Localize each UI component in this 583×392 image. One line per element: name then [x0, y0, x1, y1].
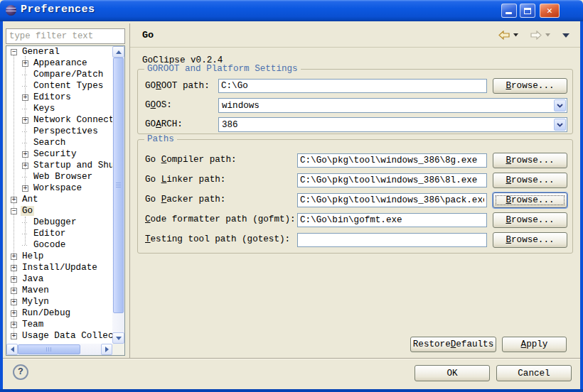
tree-connector-stub — [22, 75, 28, 75]
minimize-button[interactable] — [501, 4, 517, 18]
expand-icon[interactable]: + — [22, 117, 28, 124]
tree-item-search[interactable]: Search — [6, 137, 112, 148]
goarch-label: GOARCH: — [145, 119, 183, 129]
tree-item-editor[interactable]: Editor — [6, 228, 112, 239]
go-compiler-browse-button[interactable]: Browse... — [493, 153, 567, 168]
tree-item-content-types[interactable]: Content Types — [6, 80, 112, 92]
tree-connector-stub — [22, 177, 28, 178]
expand-icon[interactable]: + — [22, 185, 28, 192]
scroll-up-button[interactable] — [112, 46, 124, 58]
tree-item-help[interactable]: +Help — [6, 251, 112, 262]
tree-item-usage-data-collect[interactable]: +Usage Data Collect — [6, 330, 112, 342]
code-formatter-browse-button[interactable]: Browse... — [493, 212, 567, 228]
tree-item-label: Workspace — [32, 183, 83, 193]
tree-item-network-connect[interactable]: +Network Connect — [6, 114, 112, 126]
goos-label: GOOS: — [145, 100, 172, 110]
expand-icon[interactable]: + — [22, 163, 28, 169]
expand-icon[interactable]: + — [11, 288, 17, 294]
vertical-scrollbar-thumb[interactable] — [113, 58, 124, 313]
chevron-down-icon — [116, 337, 122, 340]
go-compiler-path-input[interactable] — [297, 153, 487, 168]
tree-item-ant[interactable]: +Ant — [6, 194, 112, 205]
scroll-down-button[interactable] — [112, 332, 124, 344]
goarch-dropdown-button[interactable] — [554, 119, 566, 131]
testing-tool-path-input[interactable] — [297, 233, 487, 247]
tree-item-run-debug[interactable]: +Run/Debug — [6, 307, 112, 319]
tree-item-team[interactable]: +Team — [6, 319, 112, 330]
restore-defaults-button[interactable]: Restore Defaults — [410, 337, 496, 352]
expand-icon[interactable]: + — [11, 254, 17, 260]
expand-icon[interactable]: + — [11, 322, 17, 328]
go-linker-browse-button[interactable]: Browse... — [493, 173, 567, 188]
window-border-left — [0, 21, 3, 392]
go-packer-path-input[interactable] — [297, 193, 487, 207]
tree-item-install-update[interactable]: +Install/Update — [6, 262, 112, 273]
tree-vertical-scrollbar[interactable] — [112, 46, 124, 344]
code-formatter-path-input[interactable] — [297, 213, 487, 227]
page-title: Go — [142, 30, 154, 40]
close-button[interactable]: ✕ — [540, 4, 560, 18]
tree-item-maven[interactable]: +Maven — [6, 285, 112, 296]
goarch-select[interactable]: 386 — [218, 117, 567, 132]
go-linker-path-input[interactable] — [297, 173, 487, 187]
help-button[interactable]: ? — [13, 364, 28, 380]
filter-input[interactable] — [6, 28, 125, 44]
tree-item-java[interactable]: +Java — [6, 273, 112, 285]
tree-item-keys[interactable]: Keys — [6, 103, 112, 114]
maximize-button[interactable] — [520, 4, 535, 18]
tree-item-label: Go — [21, 206, 34, 216]
tree-item-general[interactable]: −General — [6, 46, 112, 58]
scroll-right-button[interactable] — [101, 344, 112, 355]
tree-item-web-browser[interactable]: Web Browser — [6, 171, 112, 183]
tree-item-label: Editor — [32, 229, 67, 239]
expand-icon[interactable]: + — [22, 60, 28, 67]
expand-icon[interactable]: + — [11, 333, 17, 339]
titlebar[interactable]: Preferences ✕ — [0, 0, 583, 21]
chevron-left-icon — [11, 347, 14, 352]
expand-icon[interactable]: + — [11, 299, 17, 305]
expand-icon[interactable]: + — [11, 197, 17, 203]
apply-button[interactable]: Apply — [502, 337, 567, 352]
view-menu-icon[interactable] — [562, 33, 570, 38]
tree-item-perspectives[interactable]: Perspectives — [6, 126, 112, 137]
expand-icon[interactable]: + — [22, 151, 28, 158]
horizontal-scrollbar-thumb[interactable] — [18, 344, 80, 354]
goroot-path-input[interactable] — [218, 79, 487, 93]
expand-icon[interactable]: + — [22, 94, 28, 101]
goos-select[interactable]: windows — [218, 98, 567, 113]
tree-item-debugger[interactable]: Debugger — [6, 217, 112, 228]
forward-arrow-icon[interactable] — [530, 31, 542, 40]
back-dropdown-icon[interactable] — [513, 33, 518, 37]
tree-item-security[interactable]: +Security — [6, 148, 112, 160]
goroot-browse-button[interactable]: Browse... — [493, 78, 567, 94]
collapse-icon[interactable]: − — [11, 49, 17, 55]
go-linker-path-label: Go Linker path: — [145, 175, 225, 185]
back-arrow-icon[interactable] — [498, 31, 510, 40]
preferences-tree: −General+AppearanceCompare/PatchContent … — [6, 45, 125, 356]
tree-item-startup-and-shu[interactable]: +Startup and Shu — [6, 160, 112, 171]
tree-item-label: Maven — [21, 285, 50, 295]
expand-icon[interactable]: + — [11, 310, 17, 317]
ok-button[interactable]: OK — [414, 365, 490, 381]
page-header: Go — [130, 23, 580, 48]
tree-item-go[interactable]: −Go — [6, 205, 112, 217]
forward-dropdown-icon[interactable] — [545, 33, 550, 37]
expand-icon[interactable]: + — [11, 265, 17, 271]
testing-tool-browse-button[interactable]: Browse... — [493, 232, 567, 248]
goos-dropdown-button[interactable] — [554, 99, 566, 111]
code-formatter-path-label: Code formatter path (gofmt): — [145, 214, 296, 224]
tree-item-workspace[interactable]: +Workspace — [6, 183, 112, 194]
tree-item-label: Editors — [32, 92, 73, 102]
tree-item-compare-patch[interactable]: Compare/Patch — [6, 69, 112, 80]
go-packer-browse-button[interactable]: Browse... — [493, 192, 567, 208]
tree-item-gocode[interactable]: Gocode — [6, 239, 112, 251]
tree-item-mylyn[interactable]: +Mylyn — [6, 296, 112, 307]
tree-connector-stub — [22, 222, 28, 223]
collapse-icon[interactable]: − — [11, 208, 17, 214]
tree-horizontal-scrollbar[interactable] — [6, 344, 112, 355]
scroll-left-button[interactable] — [6, 344, 18, 355]
cancel-button[interactable]: Cancel — [496, 365, 572, 381]
tree-item-appearance[interactable]: +Appearance — [6, 58, 112, 69]
tree-item-editors[interactable]: +Editors — [6, 92, 112, 103]
expand-icon[interactable]: + — [11, 276, 17, 283]
